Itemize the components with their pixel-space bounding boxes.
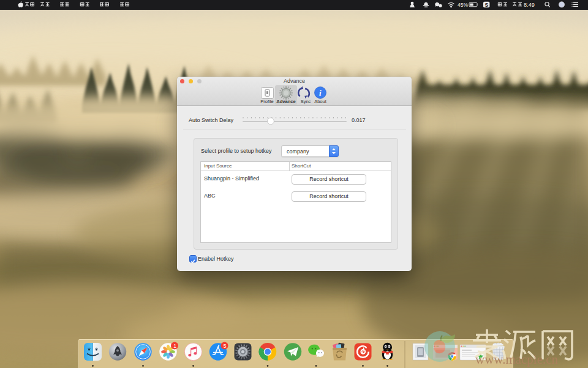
svg-text:1: 1	[173, 343, 176, 349]
svg-text:i: i	[319, 88, 322, 98]
svg-text:8:49: 8:49	[524, 2, 535, 8]
svg-text:5: 5	[224, 343, 227, 349]
svg-text:S: S	[485, 2, 489, 8]
svg-text:45%: 45%	[458, 2, 468, 8]
svg-text:www.macpie.cn: www.macpie.cn	[475, 352, 559, 367]
